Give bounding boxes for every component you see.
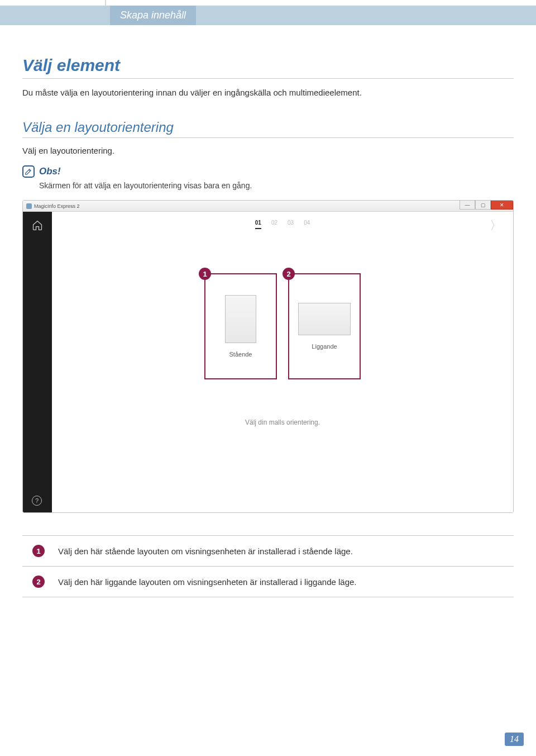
step-02[interactable]: 02 xyxy=(271,220,277,229)
app-sidebar: ? xyxy=(23,212,52,512)
app-body: ? 01 02 03 04 〉 1 Stående 2 xyxy=(23,212,513,512)
legend-row-1: 1 Välj den här stående layouten om visni… xyxy=(22,535,514,567)
app-main: 01 02 03 04 〉 1 Stående 2 Liggande xyxy=(52,212,513,512)
section-intro: Du måste välja en layoutorientering inna… xyxy=(22,88,514,97)
page-number: 14 xyxy=(505,733,524,746)
callout-2: 2 xyxy=(283,268,295,280)
orientation-options: 1 Stående 2 Liggande xyxy=(52,273,513,379)
section-heading: Välj element xyxy=(22,56,514,79)
orientation-hint: Välj din malls orientering. xyxy=(52,419,513,426)
note-row: Obs! xyxy=(22,165,514,178)
app-titlebar: MagicInfo Express 2 — ▢ ✕ xyxy=(23,201,513,212)
app-screenshot: MagicInfo Express 2 — ▢ ✕ ? 01 02 03 04 xyxy=(22,200,514,513)
minimize-button[interactable]: — xyxy=(460,201,475,210)
legend-badge-1: 1 xyxy=(32,545,45,557)
legend-text-2: Välj den här liggande layouten om visnin… xyxy=(58,577,357,587)
help-icon[interactable]: ? xyxy=(32,496,42,506)
step-04[interactable]: 04 xyxy=(304,220,310,229)
note-label: Obs! xyxy=(39,166,61,177)
landscape-label: Liggande xyxy=(312,343,337,350)
app-window-icon xyxy=(26,203,32,209)
step-03[interactable]: 03 xyxy=(288,220,294,229)
note-text: Skärmen för att välja en layoutorienteri… xyxy=(39,181,514,190)
page-content: Välj element Du måste välja en layoutori… xyxy=(22,56,514,597)
home-icon[interactable] xyxy=(32,220,43,233)
next-arrow-icon[interactable]: 〉 xyxy=(490,217,502,234)
steps-nav: 01 02 03 04 xyxy=(52,220,513,229)
legend-row-2: 2 Välj den här liggande layouten om visn… xyxy=(22,567,514,597)
legend-text-1: Välj den här stående layouten om visning… xyxy=(58,546,353,556)
maximize-button[interactable]: ▢ xyxy=(475,201,491,210)
subsection-intro: Välj en layoutorientering. xyxy=(22,146,514,155)
note-icon xyxy=(22,165,35,178)
step-01[interactable]: 01 xyxy=(255,220,261,229)
portrait-label: Stående xyxy=(229,351,252,358)
callout-1: 1 xyxy=(199,268,211,280)
landscape-option[interactable]: 2 Liggande xyxy=(288,273,361,379)
window-buttons: — ▢ ✕ xyxy=(460,201,513,212)
legend-badge-2: 2 xyxy=(32,576,45,588)
portrait-thumbnail xyxy=(225,295,256,343)
close-button[interactable]: ✕ xyxy=(491,201,513,210)
banner-title: Skapa innehåll xyxy=(110,6,196,25)
portrait-option[interactable]: 1 Stående xyxy=(204,273,277,379)
app-title: MagicInfo Express 2 xyxy=(34,203,80,209)
landscape-thumbnail xyxy=(298,303,351,335)
page-banner: Skapa innehåll xyxy=(0,6,536,25)
subsection-heading: Välja en layoutorientering xyxy=(22,120,514,138)
